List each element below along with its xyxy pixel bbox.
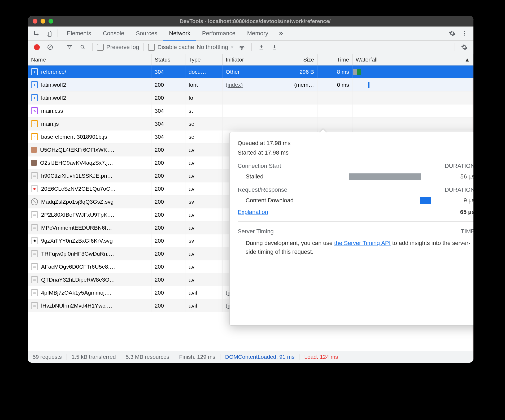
cell-waterfall xyxy=(352,78,473,91)
header-size[interactable]: Size xyxy=(283,54,317,65)
preserve-log-checkbox[interactable]: Preserve log xyxy=(97,44,139,51)
cell-type: fo xyxy=(185,91,223,104)
devtools-window: DevTools - localhost:8080/docs/devtools/… xyxy=(28,16,473,363)
stalled-label: Stalled xyxy=(238,173,325,180)
cell-time: 0 ms xyxy=(317,78,352,91)
cell-name: U5OHzQL4tEKFr6OFIxWK…. xyxy=(28,143,151,156)
request-row[interactable]: ✎main.css304st xyxy=(28,104,473,117)
request-response-label: Request/Response xyxy=(238,186,287,193)
cell-type: font xyxy=(185,78,223,91)
cell-size xyxy=(283,104,317,117)
svg-point-4 xyxy=(464,33,465,34)
connection-start-label: Connection Start xyxy=(238,163,281,169)
more-tabs-icon[interactable] xyxy=(276,28,286,39)
time-label: TIME xyxy=(461,228,473,235)
close-window-button[interactable] xyxy=(33,19,37,24)
cell-size xyxy=(283,117,317,130)
request-row[interactable]: ·main.js304sc xyxy=(28,117,473,130)
cell-size: 296 B xyxy=(283,65,317,78)
disable-cache-checkbox[interactable]: Disable cache xyxy=(148,44,194,51)
search-icon[interactable] xyxy=(77,42,88,52)
cell-type: av xyxy=(185,156,223,169)
cell-status: 200 xyxy=(151,182,185,195)
window-controls xyxy=(28,19,58,24)
cell-status: 200 xyxy=(151,169,185,182)
preserve-log-label: Preserve log xyxy=(106,44,139,51)
header-initiator[interactable]: Initiator xyxy=(223,54,283,65)
cell-status: 200 xyxy=(151,260,185,273)
svg-rect-10 xyxy=(273,49,276,49)
cell-name: ·main.js xyxy=(28,117,151,130)
cell-name: ▭4pIMBj7zOAk1y5Agmmoj.… xyxy=(28,286,151,299)
cell-status: 304 xyxy=(151,130,185,143)
explanation-link[interactable]: Explanation xyxy=(238,209,268,216)
divider xyxy=(143,43,144,51)
status-load: Load: 124 ms xyxy=(299,354,343,360)
cell-time xyxy=(317,117,352,130)
cell-status: 200 xyxy=(151,208,185,221)
cell-waterfall xyxy=(352,65,473,78)
cell-name: ✱9gzXiTYY0nZzBxGI6KrV.svg xyxy=(28,234,151,247)
cell-type: av xyxy=(185,260,223,273)
cell-type: av xyxy=(185,273,223,286)
tab-elements[interactable]: Elements xyxy=(61,27,97,40)
duration-label: DURATION xyxy=(445,163,473,169)
throttling-select[interactable]: No throttling xyxy=(197,44,234,51)
svg-point-8 xyxy=(242,50,242,50)
cell-status: 304 xyxy=(151,65,185,78)
cell-name: ▭MPcVmmemtEEDURBN6I… xyxy=(28,221,151,234)
cell-type: av xyxy=(185,208,223,221)
tab-performance[interactable]: Performance xyxy=(196,27,241,40)
cell-type: av xyxy=(185,182,223,195)
cell-size: (mem… xyxy=(283,78,317,91)
cell-type: sv xyxy=(185,195,223,208)
cell-name: ▭lHvzbNUlrm2Mvd4H1Ywc.… xyxy=(28,299,151,312)
cell-name: MadqZslZpo1sj3qQ3GsZ.svg xyxy=(28,195,151,208)
header-type[interactable]: Type xyxy=(185,54,223,65)
cell-status: 200 xyxy=(151,195,185,208)
filter-icon[interactable] xyxy=(64,42,75,52)
settings-gear-icon[interactable] xyxy=(447,28,458,39)
cell-name: ▭h90CtfziXluvh1LSSKJE.pn… xyxy=(28,169,151,182)
request-row[interactable]: Tlatin.woff2200font(index)(mem…0 ms xyxy=(28,78,473,91)
panel-tab-bar: ElementsConsoleSourcesNetworkPerformance… xyxy=(28,27,473,41)
tab-console[interactable]: Console xyxy=(97,27,130,40)
cell-initiator[interactable]: (index) xyxy=(223,78,283,91)
network-conditions-icon[interactable] xyxy=(237,42,247,52)
server-timing-api-link[interactable]: the Server Timing API xyxy=(334,240,391,246)
download-har-icon[interactable] xyxy=(269,42,280,52)
divider xyxy=(92,43,93,51)
header-name[interactable]: Name xyxy=(28,54,151,65)
cell-waterfall xyxy=(352,91,473,104)
cell-type: sv xyxy=(185,234,223,247)
header-time[interactable]: Time xyxy=(317,54,352,65)
status-requests: 59 requests xyxy=(33,354,67,360)
kebab-menu-icon[interactable] xyxy=(459,28,470,39)
inspect-element-icon[interactable] xyxy=(32,28,42,39)
request-row[interactable]: ≡reference/304docu…Other296 B8 ms xyxy=(28,65,473,78)
cell-status: 200 xyxy=(151,234,185,247)
header-waterfall[interactable]: Waterfall ▲ xyxy=(352,54,473,65)
svg-point-3 xyxy=(464,31,465,32)
request-row[interactable]: Tlatin.woff2200fo xyxy=(28,91,473,104)
network-settings-icon[interactable] xyxy=(459,42,470,52)
cell-type: av xyxy=(185,247,223,260)
stalled-bar xyxy=(349,173,421,180)
header-status[interactable]: Status xyxy=(151,54,185,65)
minimize-window-button[interactable] xyxy=(41,19,45,24)
clear-icon[interactable] xyxy=(45,42,55,52)
tab-network[interactable]: Network xyxy=(163,27,196,41)
cell-status: 200 xyxy=(151,221,185,234)
cell-type: av xyxy=(185,169,223,182)
cell-waterfall xyxy=(352,117,473,130)
server-timing-hint: During development, you can use the Serv… xyxy=(238,239,473,256)
device-toolbar-icon[interactable] xyxy=(44,28,54,39)
cell-status: 304 xyxy=(151,117,185,130)
upload-har-icon[interactable] xyxy=(256,42,267,52)
record-button[interactable] xyxy=(32,42,42,52)
tab-sources[interactable]: Sources xyxy=(130,27,163,40)
maximize-window-button[interactable] xyxy=(49,19,53,24)
tab-memory[interactable]: Memory xyxy=(241,27,274,40)
total-duration: 65 µs xyxy=(446,209,473,216)
cell-type: sc xyxy=(185,130,223,143)
